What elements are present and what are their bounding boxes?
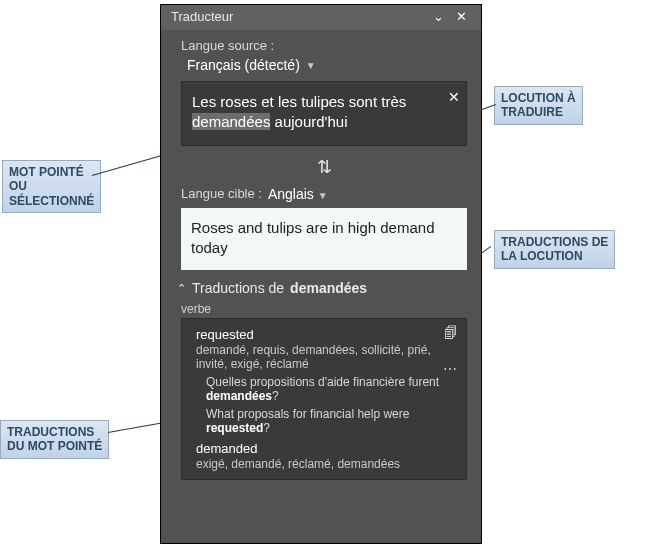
translator-panel: Traducteur ⌄ ✕ Langue source : Français … <box>160 4 482 544</box>
callout-trad-mot: TRADUCTIONS DU MOT POINTÉ <box>0 420 109 459</box>
example-source: Quelles propositions d'aide financière f… <box>206 375 458 403</box>
minimize-icon[interactable]: ⌄ <box>427 9 450 24</box>
callout-trad-locution: TRADUCTIONS DE LA LOCUTION <box>494 230 615 269</box>
synonyms: demandé, requis, demandées, sollicité, p… <box>196 343 458 371</box>
highlighted-word: demandées <box>192 113 270 130</box>
chevron-down-icon: ▼ <box>318 190 328 201</box>
copy-icon[interactable]: 🗐 <box>444 325 458 341</box>
part-of-speech: verbe <box>181 302 467 316</box>
callout-mot-pointe: MOT POINTÉ OU SÉLECTIONNÉ <box>2 160 101 213</box>
chevron-up-icon: ⌃ <box>177 282 186 295</box>
target-language-value: Anglais <box>268 186 314 202</box>
word-translations-toggle[interactable]: ⌃ Traductions de demandées <box>177 280 467 296</box>
source-language-value: Français (détecté) <box>187 57 300 73</box>
swap-languages-icon[interactable]: ⇅ <box>317 157 332 177</box>
word-header-word: demandées <box>290 280 367 296</box>
translation-result: Roses and tulips are in high demand toda… <box>181 208 467 271</box>
panel-title: Traducteur <box>171 9 427 24</box>
callout-locution: LOCUTION À TRADUIRE <box>494 86 583 125</box>
headword: demanded <box>196 441 458 456</box>
example-src-post: ? <box>272 389 279 403</box>
clear-source-icon[interactable]: ✕ <box>448 88 460 107</box>
example-tgt-post: ? <box>263 421 270 435</box>
target-language-label: Langue cible : <box>181 186 262 201</box>
source-text-pre: Les roses et les tulipes sont très <box>192 93 406 110</box>
source-text-box[interactable]: ✕ Les roses et les tulipes sont très dem… <box>181 81 467 146</box>
example-tgt-pre: What proposals for financial help were <box>206 407 409 421</box>
definitions-box: 🗐 ⋯ requested demandé, requis, demandées… <box>181 318 467 480</box>
source-text-post: aujourd'hui <box>270 113 347 130</box>
source-language-dropdown[interactable]: Français (détecté) ▼ <box>187 57 467 73</box>
definition-entry: requested demandé, requis, demandées, so… <box>196 327 458 435</box>
source-language-label: Langue source : <box>181 38 467 53</box>
example-tgt-bold: requested <box>206 421 263 435</box>
more-icon[interactable]: ⋯ <box>443 361 458 377</box>
chevron-down-icon: ▼ <box>306 60 316 71</box>
close-icon[interactable]: ✕ <box>450 9 473 24</box>
definition-entry: demanded exigé, demandé, réclamé, demand… <box>196 441 458 471</box>
example-src-bold: demandées <box>206 389 272 403</box>
synonyms: exigé, demandé, réclamé, demandées <box>196 457 458 471</box>
example-target: What proposals for financial help were r… <box>206 407 458 435</box>
word-header-prefix: Traductions de <box>192 280 284 296</box>
titlebar: Traducteur ⌄ ✕ <box>161 5 481 30</box>
headword: requested <box>196 327 458 342</box>
example-src-pre: Quelles propositions d'aide financière f… <box>206 375 439 389</box>
target-language-dropdown[interactable]: Anglais ▼ <box>268 186 328 202</box>
